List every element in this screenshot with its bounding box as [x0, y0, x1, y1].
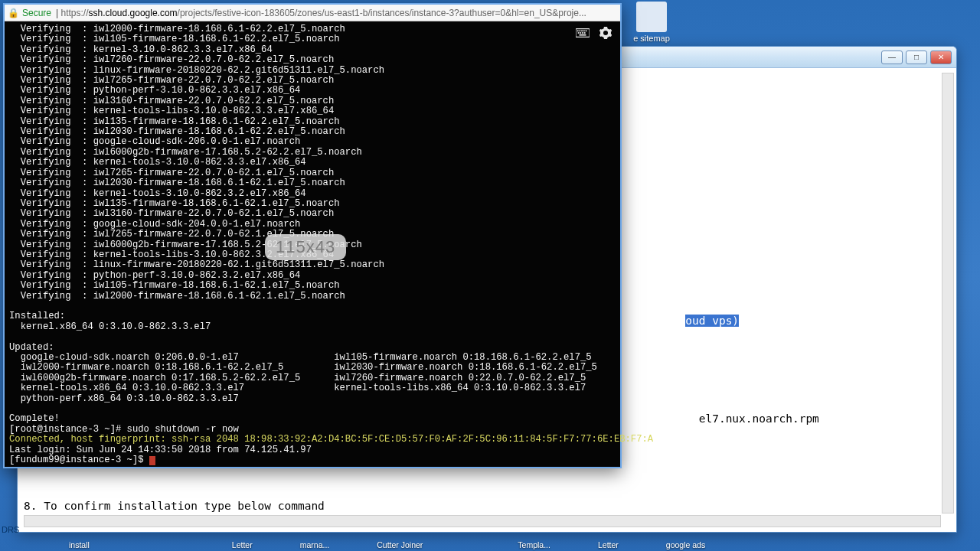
gear-icon[interactable]: [599, 28, 612, 38]
svg-rect-8: [582, 32, 583, 34]
ssh-terminal-window: 🔒 Secure | https://ssh.cloud.google.com/…: [3, 3, 622, 468]
keyboard-icon[interactable]: [576, 28, 590, 38]
svg-rect-7: [580, 32, 581, 34]
horizontal-scrollbar[interactable]: [24, 515, 941, 527]
terminal-toolbar: [576, 28, 612, 38]
secure-label: Secure: [22, 8, 51, 18]
taskbar-item[interactable]: Cutter Joiner: [377, 540, 423, 549]
svg-rect-4: [583, 30, 585, 31]
url-text: https://ssh.cloud.google.com/projects/fe…: [60, 8, 617, 18]
taskbar-item[interactable]: install: [69, 540, 90, 549]
taskbar-item[interactable]: Templa...: [518, 540, 550, 549]
minimize-button[interactable]: —: [881, 51, 903, 64]
desktop-icon-label: e sitemap: [628, 34, 675, 43]
vertical-scrollbar[interactable]: [942, 73, 954, 514]
lock-icon: 🔒: [8, 8, 19, 18]
svg-rect-1: [577, 30, 579, 31]
svg-rect-10: [580, 34, 586, 36]
taskbar-item[interactable]: Letter: [232, 540, 253, 549]
terminal-size-badge: 115x43: [265, 234, 346, 260]
step8-line1: 8. To confirm installation type below co…: [24, 500, 325, 512]
svg-rect-3: [581, 30, 583, 31]
taskbar-item[interactable]: marna...: [300, 540, 330, 549]
svg-rect-2: [580, 30, 581, 31]
address-bar[interactable]: 🔒 Secure | https://ssh.cloud.google.com/…: [5, 5, 620, 21]
maximize-button[interactable]: □: [906, 51, 927, 64]
svg-rect-9: [584, 32, 586, 34]
svg-rect-6: [578, 32, 580, 34]
highlighted-text: oud vps): [685, 315, 739, 327]
svg-rect-5: [586, 30, 587, 31]
line-pkg: el7.nux.noarch.rpm: [699, 412, 819, 425]
close-button[interactable]: ✕: [930, 51, 952, 64]
taskbar-item[interactable]: google ads: [666, 540, 705, 549]
drs-label: DRS: [2, 525, 19, 534]
file-icon: [636, 2, 667, 32]
desktop-icon-sitemap[interactable]: e sitemap: [628, 2, 675, 43]
taskbar[interactable]: install Letter marna... Cutter Joiner Te…: [0, 540, 980, 549]
taskbar-item[interactable]: Letter: [598, 540, 619, 549]
